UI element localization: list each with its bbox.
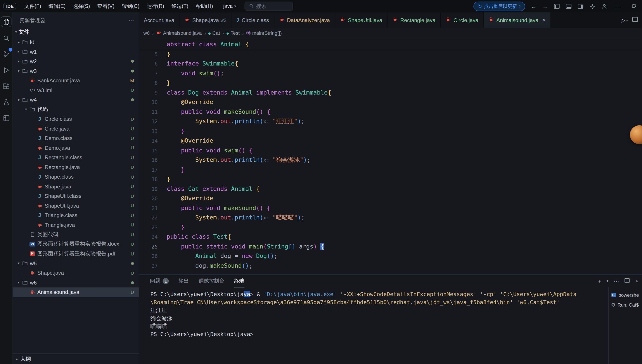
- source-control-icon[interactable]: [1, 49, 11, 59]
- files-section-header[interactable]: ▾ 文件: [13, 27, 139, 37]
- titlebar-actions: ↻ 点击重启以更新 › ← → —: [474, 2, 639, 11]
- code-line: 17 }: [139, 165, 642, 174]
- tree-item[interactable]: ▾w4: [13, 95, 139, 104]
- code-text: }: [167, 126, 185, 136]
- tree-item[interactable]: ▾w6: [13, 278, 139, 287]
- tree-item[interactable]: JRectangle.classU: [13, 153, 139, 162]
- restart-update-button[interactable]: ↻ 点击重启以更新 ›: [474, 2, 525, 11]
- tree-item[interactable]: Shape.javaU: [13, 182, 139, 191]
- menu-item-r[interactable]: 运行(R): [143, 2, 168, 11]
- panel-tab-label: 调试控制台: [199, 277, 224, 284]
- tree-item[interactable]: W图形面积计算器重构实验报告.docxU: [13, 239, 139, 249]
- editor-tab[interactable]: Account.java: [139, 12, 180, 28]
- code-line: 8}: [139, 78, 642, 88]
- git-status-badge: U: [131, 116, 134, 122]
- tree-item[interactable]: 类图代码U: [13, 230, 139, 239]
- menu-item-t[interactable]: 终端(T): [168, 2, 192, 11]
- run-dropdown-icon[interactable]: ▾: [626, 18, 628, 22]
- terminal[interactable]: PS C:\Users\yuwei\Desktop\java> & 'D:\ja…: [139, 287, 608, 364]
- close-icon[interactable]: ×: [543, 17, 546, 23]
- breadcrumb-item[interactable]: ◆Cat: [208, 30, 220, 36]
- tree-item[interactable]: P图形面积计算器重构实验报告.pdfU: [13, 249, 139, 258]
- terminal-list-item[interactable]: ⚙Run: Cat$: [608, 300, 642, 310]
- account-icon[interactable]: [601, 3, 607, 9]
- editor-tab[interactable]: Animalsound.java×: [484, 12, 551, 28]
- tree-item[interactable]: JShape.classU: [13, 172, 139, 182]
- breadcrumb-item[interactable]: ⓜmain(String[]): [246, 30, 282, 36]
- menu-item-f[interactable]: 文件(F): [21, 2, 45, 11]
- tree-item[interactable]: Circle.javaU: [13, 124, 139, 134]
- git-status-badge: U: [131, 136, 134, 141]
- tree-item[interactable]: ▾代码: [13, 104, 139, 114]
- code-editor[interactable]: abstract class Animal {5}6interface Swim…: [139, 38, 642, 274]
- tree-item-label: w3: [30, 68, 37, 74]
- panel-tab-输出[interactable]: 输出: [179, 275, 189, 287]
- workspace-dropdown[interactable]: java ▾: [223, 3, 236, 9]
- menu-bar: 文件(F)编辑(E)选择(S)查看(V)转到(G)运行(R)终端(T)帮助(H): [21, 2, 217, 11]
- run-button[interactable]: ▷: [621, 17, 625, 23]
- tree-item[interactable]: Demo.javaU: [13, 143, 139, 153]
- panel-tab-调试控制台[interactable]: 调试控制台: [199, 275, 224, 287]
- tree-item[interactable]: Triangle.javaU: [13, 220, 139, 230]
- tree-item[interactable]: Animalsound.javaU: [13, 287, 139, 297]
- layout-sidebar-right-icon[interactable]: [577, 3, 584, 9]
- breadcrumb-item[interactable]: w6: [143, 30, 150, 36]
- tree-item[interactable]: ▸w1: [13, 47, 139, 56]
- breadcrumb-item[interactable]: Animalsound.java: [156, 30, 202, 36]
- tree-item[interactable]: ▾w3: [13, 66, 139, 76]
- tree-item[interactable]: ▾w5: [13, 258, 139, 268]
- tree-item[interactable]: BankAccount.javaM: [13, 76, 139, 86]
- more-actions-icon[interactable]: ⋯: [128, 17, 134, 24]
- layout-panel-icon[interactable]: [565, 3, 572, 9]
- menu-item-e[interactable]: 编辑(E): [45, 2, 69, 11]
- run-config-icon: ⚙: [611, 302, 615, 308]
- editor-tab[interactable]: Rectangle.java: [387, 12, 441, 28]
- extensions-icon[interactable]: [1, 81, 11, 91]
- outline-section-header[interactable]: ▸ 大纲: [13, 353, 139, 364]
- run-debug-icon[interactable]: [1, 65, 11, 75]
- back-arrow-icon[interactable]: ←: [531, 3, 536, 10]
- split-editor-icon[interactable]: [632, 16, 638, 24]
- terminal-list-item[interactable]: powershe: [608, 290, 642, 300]
- editor-tab[interactable]: ShapeUtil.java: [335, 12, 388, 28]
- tree-item[interactable]: JShapeUtil.classU: [13, 191, 139, 201]
- editor-tab[interactable]: Circle.java: [441, 12, 484, 28]
- tree-item[interactable]: JCircle.classU: [13, 114, 139, 124]
- search-input[interactable]: 搜索: [244, 2, 293, 11]
- tree-item[interactable]: ▸w2: [13, 56, 139, 66]
- new-terminal-icon[interactable]: +: [598, 278, 601, 284]
- tree-item[interactable]: Shape.javaU: [13, 268, 139, 278]
- tree-item-label: Triangle.class: [45, 212, 77, 218]
- menu-item-h[interactable]: 帮助(H): [192, 2, 217, 11]
- editor-tab[interactable]: JCircle.class: [231, 12, 274, 28]
- tree-item[interactable]: ▸kt: [13, 37, 139, 47]
- test-flask-icon[interactable]: [1, 97, 11, 107]
- git-status-badge: M: [130, 78, 134, 83]
- editor-tab[interactable]: Shape.javaw5: [180, 12, 231, 28]
- tree-item[interactable]: JTriangle.classU: [13, 210, 139, 220]
- chevron-icon: ▾: [16, 69, 21, 73]
- tree-item[interactable]: Rectangle.javaU: [13, 162, 139, 172]
- split-terminal-icon[interactable]: [624, 277, 630, 284]
- forward-arrow-icon[interactable]: →: [542, 3, 548, 10]
- menu-item-s[interactable]: 选择(S): [69, 2, 94, 11]
- maximize-panel-icon[interactable]: ∧: [635, 279, 638, 283]
- panel-tab-问题[interactable]: 问题1: [150, 275, 169, 287]
- gear-icon[interactable]: [589, 3, 595, 9]
- panel-tab-终端[interactable]: 终端: [234, 275, 244, 287]
- board-icon[interactable]: [1, 113, 11, 123]
- more-actions-icon[interactable]: ⋯: [614, 278, 619, 284]
- tree-item[interactable]: ShapeUtil.javaU: [13, 201, 139, 210]
- restore-button[interactable]: [629, 3, 639, 9]
- layout-sidebar-left-icon[interactable]: [554, 3, 560, 9]
- tree-item[interactable]: JDemo.classU: [13, 134, 139, 143]
- minimize-button[interactable]: —: [613, 3, 623, 9]
- menu-item-g[interactable]: 转到(G): [118, 2, 143, 11]
- explorer-icon[interactable]: [1, 16, 12, 27]
- editor-tab[interactable]: DataAnalyzer.java: [274, 12, 335, 28]
- menu-item-v[interactable]: 查看(V): [94, 2, 118, 11]
- tree-item[interactable]: </>w3.imlU: [13, 86, 139, 95]
- terminal-dropdown-icon[interactable]: ▾: [607, 279, 608, 283]
- breadcrumb-item[interactable]: ◆Test: [227, 30, 240, 36]
- search-icon[interactable]: [1, 33, 11, 43]
